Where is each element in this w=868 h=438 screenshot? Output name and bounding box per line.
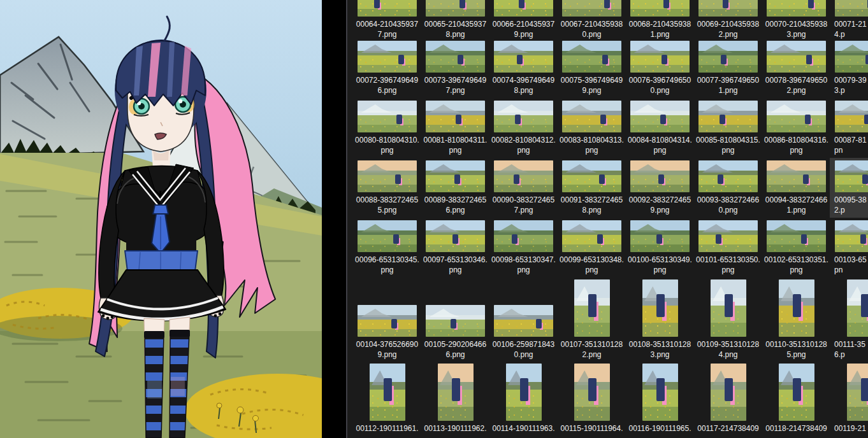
file-name: 00118-214738409 [764,423,828,438]
file-tile[interactable]: 00083-810804313.png [560,101,624,155]
file-tile[interactable]: 00091-3832724658.png [560,160,624,215]
file-tile[interactable]: 00110-3513101285.png [764,279,828,360]
character-figure-icon [723,0,728,8]
file-tile[interactable]: 00097-653130346.png [423,220,488,275]
character-figure-icon [515,115,521,124]
file-tile[interactable]: 00074-3967496498.png [491,41,556,95]
file-name: 00088-3832724655.png [355,195,419,215]
file-thumbnail [506,364,542,421]
file-tile[interactable]: 00071-214.p [832,0,868,39]
file-tile[interactable]: 00103-65pn [832,220,868,275]
character-figure-icon [718,174,723,184]
file-tile[interactable]: 00098-653130347.png [491,220,556,275]
file-thumbnail [630,160,690,192]
file-tile[interactable]: 00069-2104359382.png [696,0,760,39]
file-name: 00090-3832724657.png [491,195,556,215]
screen: 00064-2104359377.png 00065-2104359378.pn… [0,0,868,438]
file-thumbnail [562,101,621,132]
file-tile[interactable]: 00065-2104359378.png [423,0,488,39]
file-tile[interactable]: 00109-3513101284.png [696,279,760,360]
character-figure-icon [514,174,519,184]
file-tile[interactable]: 00072-3967496496.png [355,41,419,95]
file-tile[interactable]: 00084-810804314.png [628,101,692,155]
file-tile[interactable]: 00088-3832724655.png [355,160,419,215]
file-tile[interactable]: 00095-382.p [832,160,868,215]
file-tile[interactable]: 00099-653130348.png [560,220,624,275]
file-tile[interactable]: 00080-810804310.png [355,101,419,155]
file-name: 00073-3967496497.png [423,75,488,95]
file-tile[interactable]: 00119-21 [832,364,868,438]
file-name: 00074-3967496498.png [491,75,556,95]
file-thumbnail [835,160,868,192]
file-tile[interactable]: 00090-3832724657.png [491,160,556,215]
file-tile[interactable]: 00076-3967496500.png [628,41,692,95]
file-tile[interactable]: 00102-653130351.png [764,220,828,275]
file-tile[interactable]: 00073-3967496497.png [423,41,488,95]
file-thumbnail [642,364,678,421]
file-name: 00107-3513101282.png [560,339,624,360]
file-tile[interactable]: 00081-810804311.png [423,101,488,155]
file-thumbnail [358,0,417,17]
file-tile[interactable]: 00115-190111964. [560,364,624,438]
file-name: 00103-65pn [832,255,868,275]
file-thumbnail [370,364,405,421]
file-tile[interactable]: 00087-81pn [832,101,868,155]
file-tile[interactable]: 00085-810804315.png [696,101,760,155]
file-tile[interactable]: 00107-3513101282.png [560,279,624,360]
file-name: 00094-3832724661.png [764,195,828,215]
file-tile[interactable]: 00092-3832724659.png [628,160,692,215]
file-thumbnail [698,0,758,17]
file-thumbnail [767,160,826,192]
file-tile[interactable]: 00104-3765266909.png [355,279,419,360]
file-name: 00119-21 [832,423,868,438]
file-tile[interactable]: 00096-653130345.png [355,220,419,275]
file-tile[interactable]: 00082-810804312.png [491,101,556,155]
file-name: 00106-2598718430.png [491,339,556,360]
file-tile[interactable]: 00100-653130349.png [628,220,692,275]
character-figure-icon [725,378,733,401]
file-tile[interactable]: 00094-3832724661.png [764,160,828,215]
file-tile[interactable]: 00105-2902064666.png [423,279,488,360]
file-grid: 00064-2104359377.png 00065-2104359378.pn… [347,0,868,438]
file-row: 00112-190111961. 00113-190111962. 00114-… [355,364,868,438]
character-figure-icon [662,55,667,64]
file-tile[interactable]: 00070-2104359383.png [764,0,828,39]
character-figure-icon [808,0,814,8]
file-thumbnail [779,279,814,337]
file-tile[interactable]: 00066-2104359379.png [491,0,556,39]
file-thumbnail [835,41,868,73]
file-thumbnail [358,220,417,252]
file-tile[interactable]: 00067-2104359380.png [560,0,624,39]
file-thumbnail [562,220,621,252]
file-tile[interactable]: 00077-3967496501.png [696,41,760,95]
file-tile[interactable]: 00113-190111962. [423,364,488,438]
file-tile[interactable]: 00075-3967496499.png [560,41,624,95]
file-name: 00081-810804311.png [423,135,488,155]
character-figure-icon [512,234,517,244]
character-figure-icon [451,319,456,328]
file-tile[interactable]: 00108-3513101283.png [628,279,692,360]
file-tile[interactable]: 00101-653130350.png [696,220,760,275]
character-figure-icon [458,55,463,64]
file-thumbnail [847,364,868,421]
file-name: 00108-3513101283.png [628,339,692,360]
file-tile[interactable]: 00111-356.p [832,279,868,360]
file-thumbnail [494,305,553,337]
file-tile[interactable]: 00078-3967496502.png [764,41,828,95]
file-tile[interactable]: 00117-214738409 [696,364,760,438]
file-tile[interactable]: 00064-2104359377.png [355,0,419,39]
file-tile[interactable]: 00112-190111961. [355,364,419,438]
file-tile[interactable]: 00116-190111965. [628,364,692,438]
file-tile[interactable]: 00106-2598718430.png [491,279,556,360]
file-tile[interactable]: 00089-3832724656.png [423,160,488,215]
file-tile[interactable]: 00068-2104359381.png [628,0,692,39]
file-tile[interactable]: 00079-393.p [832,41,868,95]
file-tile[interactable]: 00093-3832724660.png [696,160,760,215]
file-name: 00064-2104359377.png [355,19,419,39]
character-figure-icon [803,174,809,184]
file-tile[interactable]: 00086-810804316.png [764,101,828,155]
file-tile[interactable]: 00118-214738409 [764,364,828,438]
character-figure-icon [862,174,868,184]
character-figure-icon [861,294,868,317]
file-tile[interactable]: 00114-190111963. [491,364,556,438]
